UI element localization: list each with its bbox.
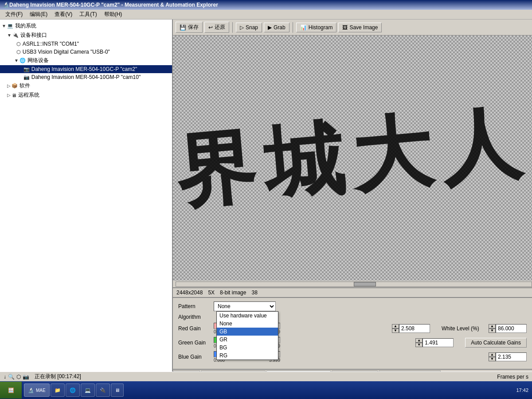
dropdown-option-none[interactable]: None <box>217 320 278 328</box>
blue-gain-label: Blue Gain <box>178 354 214 360</box>
computer-icon: 💻 <box>85 387 91 393</box>
red-gain-input[interactable] <box>399 324 430 333</box>
image-bit-depth: 8-bit image <box>220 289 246 296</box>
pattern-select[interactable]: Use hardware value None GB GR BG RG <box>214 301 276 311</box>
green-gain-label: Green Gain <box>178 340 214 346</box>
green-gain-increment[interactable]: ▲ <box>415 338 422 343</box>
scrollbar-thumb[interactable] <box>354 282 376 286</box>
camera-image: 界城大人 <box>173 35 532 281</box>
status-bar: ↓ 🔍 ⬡ 📷 正在录制 [00:17:42] Frames per s <box>0 372 532 381</box>
tree-label: ASRL1::INSTR "COM1" <box>23 41 79 47</box>
histogram-button[interactable]: 📊 Histogram <box>296 23 337 32</box>
dropdown-option-rg[interactable]: RG <box>217 352 278 360</box>
taskbar-right: 17:42 <box>512 387 532 393</box>
browser-icon: 🌐 <box>70 387 76 393</box>
red-gain-spinner: ▲ ▼ <box>392 324 430 333</box>
remote-icon: 🖥 <box>12 93 16 98</box>
tree-item-cam2[interactable]: 📷 Daheng Imavision MER-504-10GC-P "cam2" <box>0 65 172 73</box>
pattern-row: Pattern Use hardware value None GB GR BG… <box>178 301 527 311</box>
red-gain-spinner-btns: ▲ ▼ <box>392 324 399 333</box>
dropdown-option-hardware[interactable]: Use hardware value <box>217 312 278 320</box>
white-level-decrement[interactable]: ▼ <box>489 329 496 333</box>
image-resolution: 2448x2048 <box>176 289 203 296</box>
network-taskbar-icon: 🔌 <box>100 387 106 393</box>
tree-item-remote[interactable]: ▷ 🖥 远程系统 <box>0 90 172 100</box>
grab-button[interactable]: ▶ Grab <box>264 23 289 32</box>
expand-icon <box>14 50 16 55</box>
red-gain-decrement[interactable]: ▼ <box>392 329 399 333</box>
chinese-chars-overlay: 界城大人 <box>173 35 532 281</box>
tree-item-software[interactable]: ▷ 📦 软件 <box>0 81 172 90</box>
blue-gain-spinner-btns: ▲ ▼ <box>489 352 496 361</box>
blue-gain-spinner: ▲ ▼ <box>489 352 527 361</box>
save-image-button[interactable]: 🖼 Save Image <box>338 23 382 32</box>
menu-help[interactable]: 帮助(H) <box>101 10 126 19</box>
dropdown-option-bg[interactable]: BG <box>217 344 278 352</box>
taskbar-item-files[interactable]: 📁 <box>51 383 65 397</box>
menu-tools[interactable]: 工具(T) <box>76 10 100 19</box>
tree-item-my-system[interactable]: ▼ 💻 我的系统 <box>0 21 172 31</box>
grab-icon: ▶ <box>268 24 272 31</box>
system-icon: 💻 <box>7 23 13 29</box>
titlebar-title: Daheng Imavision MER-504-10GC-P "cam2" -… <box>9 2 218 8</box>
tree-item-network-devices[interactable]: ▼ 🌐 网络设备 <box>0 56 172 65</box>
tree-item-com1[interactable]: ⬡ ASRL1::INSTR "COM1" <box>0 40 172 48</box>
green-gain-spinner: ▲ ▼ <box>415 338 454 347</box>
expand-icon: ▼ <box>2 23 6 28</box>
taskbar-item-remote-desktop[interactable]: 🖥 <box>111 383 124 397</box>
expand-icon: ▷ <box>7 83 11 88</box>
tree-item-devices[interactable]: ▼ 🔌 设备和接口 <box>0 31 172 40</box>
files-icon: 📁 <box>55 387 61 393</box>
expand-icon: ▷ <box>7 93 11 98</box>
snap-button[interactable]: ▷ Snap <box>236 23 262 32</box>
tree-item-cam10[interactable]: 📷 Daheng Imavision MER-504-10GM-P "cam10… <box>0 73 172 81</box>
tree-label: 设备和接口 <box>20 31 47 39</box>
green-gain-decrement[interactable]: ▼ <box>415 343 422 347</box>
algorithm-label: Algorithm <box>178 314 214 320</box>
image-zoom: 5X <box>208 289 215 296</box>
white-level-increment[interactable]: ▲ <box>489 324 496 329</box>
controls-area: Pattern Use hardware value None GB GR BG… <box>173 297 532 369</box>
menu-file[interactable]: 文件(F) <box>2 10 26 19</box>
taskbar: 🪟 🔬 MAE 📁 🌐 💻 🔌 🖥 17:42 <box>0 381 532 399</box>
white-level-input[interactable] <box>496 324 527 333</box>
taskbar-item-browser[interactable]: 🌐 <box>66 383 80 397</box>
save-image-icon: 🖼 <box>342 24 348 31</box>
red-gain-increment[interactable]: ▲ <box>392 324 399 329</box>
tree-item-usb-camera[interactable]: ⬡ USB3 Vision Digital Camera "USB-0" <box>0 48 172 56</box>
taskbar-item-explorer[interactable]: 🔬 MAE <box>24 383 50 397</box>
green-gain-input[interactable] <box>422 338 454 347</box>
blue-gain-input[interactable] <box>496 352 527 361</box>
menu-view[interactable]: 查看(V) <box>51 10 76 19</box>
save-icon: 💾 <box>180 24 186 31</box>
white-level-spinner: ▲ ▼ <box>489 324 527 333</box>
blue-gain-increment[interactable]: ▲ <box>489 352 496 357</box>
auto-calc-label: Auto Calculate Gains <box>471 340 521 346</box>
remote-desktop-icon: 🖥 <box>115 387 120 393</box>
restore-button[interactable]: ↩ 还原 <box>204 22 229 33</box>
taskbar-time: 17:42 <box>516 387 528 393</box>
com-icon: ⬡ <box>16 41 21 47</box>
green-gain-spinner-btns: ▲ ▼ <box>415 338 422 347</box>
status-hex-icon: ⬡ <box>16 374 21 380</box>
save-button[interactable]: 💾 保存 <box>176 22 203 33</box>
status-nav-icons: ↓ 🔍 ⬡ 📷 <box>4 374 29 380</box>
snap-icon: ▷ <box>240 24 244 31</box>
taskbar-items: 🔬 MAE 📁 🌐 💻 🔌 🖥 <box>22 383 125 397</box>
start-button[interactable]: 🪟 <box>0 382 22 399</box>
white-level-btns: ▲ ▼ <box>489 324 496 333</box>
dropdown-option-gr[interactable]: GR <box>217 336 278 344</box>
scrollbar-area[interactable] <box>173 281 532 288</box>
toolbar-separator2 <box>293 22 293 33</box>
tree-label: USB3 Vision Digital Camera "USB-0" <box>23 49 110 55</box>
tree-label: 网络设备 <box>27 57 49 64</box>
auto-calculate-button[interactable]: Auto Calculate Gains <box>465 338 527 348</box>
dropdown-option-gb[interactable]: GB <box>217 328 278 336</box>
histogram-icon: 📊 <box>300 24 307 31</box>
blue-gain-decrement[interactable]: ▼ <box>489 357 496 361</box>
menu-edit[interactable]: 编辑(E) <box>26 10 51 19</box>
taskbar-item-computer[interactable]: 💻 <box>81 383 95 397</box>
taskbar-item-network[interactable]: 🔌 <box>96 383 110 397</box>
horizontal-scrollbar[interactable] <box>176 282 532 287</box>
device-icon: 🔌 <box>12 32 19 38</box>
